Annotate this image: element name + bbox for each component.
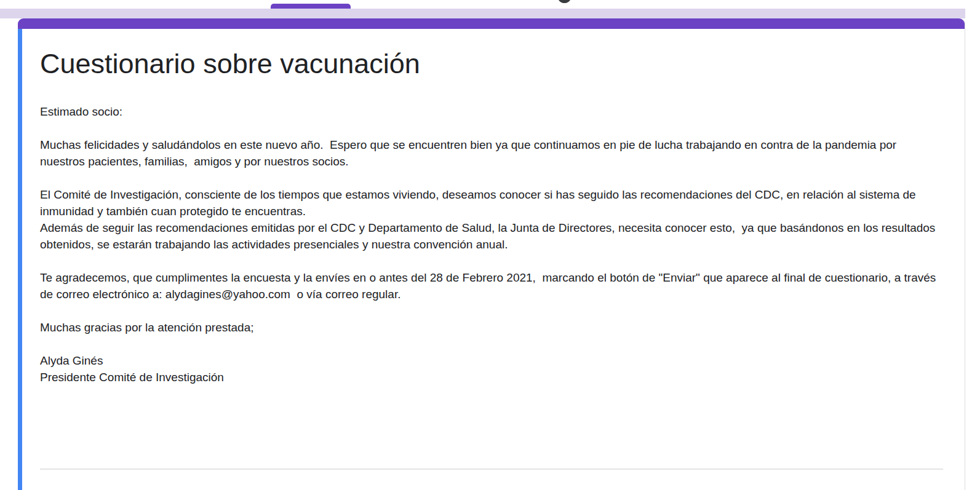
- form-description[interactable]: Estimado socio: Muchas felicidades y sal…: [40, 103, 943, 385]
- form-header-card[interactable]: Cuestionario sobre vacunación Estimado s…: [18, 18, 965, 490]
- section-divider: [40, 468, 943, 470]
- avatar-icon[interactable]: [557, 0, 572, 3]
- form-title[interactable]: Cuestionario sobre vacunación: [40, 46, 943, 81]
- active-tab-indicator: [271, 4, 351, 9]
- card-theme-bar: [18, 18, 965, 29]
- top-toolbar: [0, 0, 965, 9]
- page-background-strip: [0, 9, 965, 18]
- form-header-body: Cuestionario sobre vacunación Estimado s…: [18, 29, 965, 490]
